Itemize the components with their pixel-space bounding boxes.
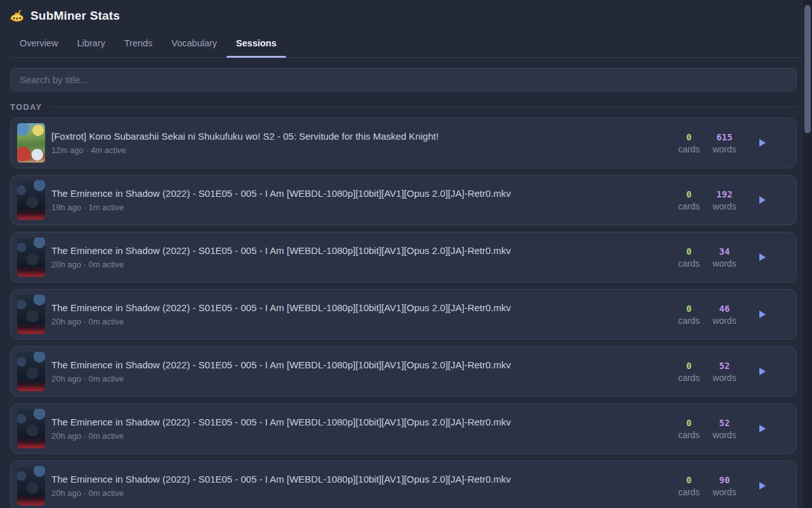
words-count: 34 bbox=[711, 246, 738, 257]
session-title: The Eminence in Shadow (2022) - S01E05 -… bbox=[51, 474, 676, 485]
session-title: The Eminence in Shadow (2022) - S01E05 -… bbox=[51, 359, 676, 370]
session-info: The Eminence in Shadow (2022) - S01E05 -… bbox=[51, 417, 676, 441]
play-icon bbox=[759, 482, 766, 490]
words-stat: 52 words bbox=[711, 418, 738, 440]
session-title: The Eminence in Shadow (2022) - S01E05 -… bbox=[51, 417, 676, 427]
session-thumbnail bbox=[17, 352, 45, 391]
play-button[interactable] bbox=[757, 366, 768, 377]
play-icon bbox=[759, 425, 766, 432]
session-card[interactable]: The Eminence in Shadow (2022) - S01E05 -… bbox=[10, 346, 797, 397]
session-thumbnail bbox=[17, 123, 45, 163]
words-stat: 192 words bbox=[711, 189, 738, 211]
cards-stat: 0 cards bbox=[676, 132, 702, 154]
yellow-submarine-icon bbox=[10, 9, 24, 23]
play-button[interactable] bbox=[757, 251, 768, 263]
scrollbar-thumb[interactable] bbox=[804, 5, 811, 133]
session-title: [Foxtrot] Kono Subarashii Sekai ni Shuku… bbox=[51, 131, 676, 142]
cards-stat: 0 cards bbox=[676, 361, 702, 383]
session-stats: 0 cards 52 words bbox=[676, 361, 768, 383]
session-thumbnail bbox=[17, 180, 45, 220]
section-header-today: TODAY bbox=[10, 102, 797, 112]
cards-count: 0 bbox=[676, 246, 702, 257]
words-count: 192 bbox=[711, 189, 738, 199]
tab-overview[interactable]: Overview bbox=[10, 33, 67, 57]
play-icon bbox=[759, 139, 766, 147]
session-thumbnail bbox=[17, 295, 45, 334]
play-button[interactable] bbox=[757, 480, 768, 491]
cards-label: cards bbox=[676, 430, 702, 440]
words-label: words bbox=[711, 144, 738, 154]
words-stat: 46 words bbox=[711, 304, 738, 326]
search-input[interactable] bbox=[10, 68, 797, 91]
words-stat: 52 words bbox=[711, 361, 738, 383]
search-bar-container bbox=[0, 58, 812, 91]
play-icon bbox=[759, 368, 766, 375]
play-button[interactable] bbox=[757, 137, 768, 149]
words-label: words bbox=[711, 201, 738, 211]
session-stats: 0 cards 34 words bbox=[676, 246, 768, 269]
session-info: [Foxtrot] Kono Subarashii Sekai ni Shuku… bbox=[51, 131, 676, 155]
session-thumbnail bbox=[17, 466, 45, 505]
cards-stat: 0 cards bbox=[676, 475, 702, 497]
cards-count: 0 bbox=[676, 304, 702, 314]
cards-stat: 0 cards bbox=[676, 246, 702, 269]
tab-sessions[interactable]: Sessions bbox=[226, 33, 286, 57]
session-info: The Eminence in Shadow (2022) - S01E05 -… bbox=[51, 474, 676, 498]
session-stats: 0 cards 90 words bbox=[676, 475, 768, 497]
session-card[interactable]: The Eminence in Shadow (2022) - S01E05 -… bbox=[10, 403, 797, 454]
session-meta: 20h ago · 0m active bbox=[51, 374, 676, 384]
session-meta: 12m ago · 4m active bbox=[51, 145, 676, 155]
session-title: The Eminence in Shadow (2022) - S01E05 -… bbox=[51, 302, 676, 313]
session-stats: 0 cards 52 words bbox=[676, 418, 768, 440]
session-card[interactable]: The Eminence in Shadow (2022) - S01E05 -… bbox=[10, 289, 797, 340]
cards-count: 0 bbox=[676, 418, 702, 428]
section-label: TODAY bbox=[10, 102, 43, 112]
session-card[interactable]: [Foxtrot] Kono Subarashii Sekai ni Shuku… bbox=[10, 117, 797, 168]
session-stats: 0 cards 615 words bbox=[676, 132, 768, 154]
session-meta: 20h ago · 0m active bbox=[51, 317, 676, 326]
words-label: words bbox=[711, 430, 738, 440]
play-button[interactable] bbox=[757, 194, 768, 206]
cards-label: cards bbox=[676, 201, 702, 211]
words-count: 615 bbox=[711, 132, 738, 142]
tab-bar: Overview Library Trends Vocabulary Sessi… bbox=[10, 33, 802, 58]
play-icon bbox=[759, 253, 766, 261]
play-button[interactable] bbox=[757, 423, 768, 434]
words-stat: 615 words bbox=[711, 132, 738, 154]
session-card[interactable]: The Eminence in Shadow (2022) - S01E05 -… bbox=[10, 175, 797, 225]
words-label: words bbox=[711, 316, 738, 326]
play-button[interactable] bbox=[757, 309, 768, 320]
session-meta: 20h ago · 0m active bbox=[51, 488, 676, 498]
words-label: words bbox=[711, 487, 738, 497]
words-count: 52 bbox=[711, 361, 738, 371]
words-count: 52 bbox=[711, 418, 738, 428]
session-thumbnail bbox=[17, 409, 45, 448]
words-stat: 90 words bbox=[711, 475, 738, 497]
words-stat: 34 words bbox=[711, 246, 738, 269]
session-card[interactable]: The Eminence in Shadow (2022) - S01E05 -… bbox=[10, 232, 797, 283]
cards-count: 0 bbox=[676, 189, 702, 199]
tab-library[interactable]: Library bbox=[67, 33, 114, 57]
cards-count: 0 bbox=[676, 475, 702, 485]
section-divider bbox=[51, 107, 797, 107]
cards-count: 0 bbox=[676, 132, 702, 142]
tab-vocabulary[interactable]: Vocabulary bbox=[162, 33, 226, 57]
scrollbar-track[interactable] bbox=[803, 0, 812, 508]
session-info: The Eminence in Shadow (2022) - S01E05 -… bbox=[51, 245, 676, 269]
cards-count: 0 bbox=[676, 361, 702, 371]
cards-label: cards bbox=[676, 316, 702, 326]
play-icon bbox=[759, 311, 766, 318]
words-count: 46 bbox=[711, 304, 738, 314]
session-info: The Eminence in Shadow (2022) - S01E05 -… bbox=[51, 302, 676, 326]
cards-label: cards bbox=[676, 144, 702, 154]
app-header: SubMiner Stats bbox=[0, 0, 812, 23]
words-count: 90 bbox=[711, 475, 738, 485]
play-icon bbox=[759, 196, 766, 204]
cards-label: cards bbox=[676, 258, 702, 269]
session-title: The Eminence in Shadow (2022) - S01E05 -… bbox=[51, 188, 676, 199]
tab-trends[interactable]: Trends bbox=[115, 33, 162, 57]
session-card[interactable]: The Eminence in Shadow (2022) - S01E05 -… bbox=[10, 460, 797, 508]
cards-stat: 0 cards bbox=[676, 418, 702, 440]
session-stats: 0 cards 192 words bbox=[676, 189, 768, 211]
session-list: [Foxtrot] Kono Subarashii Sekai ni Shuku… bbox=[0, 112, 812, 508]
